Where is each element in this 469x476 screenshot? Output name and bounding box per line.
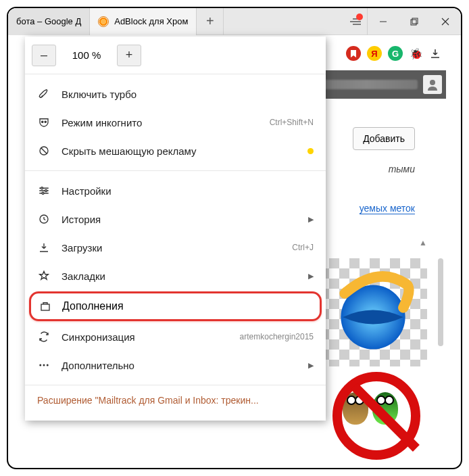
status-dot-icon [307, 148, 314, 154]
svg-point-13 [43, 364, 45, 366]
mask-icon [37, 116, 51, 128]
main-menu-button[interactable] [343, 8, 368, 35]
browser-tab-1[interactable]: бота – Google Д [8, 8, 90, 35]
svg-point-4 [42, 121, 43, 122]
chevron-right-icon: ▶ [308, 272, 314, 281]
transparent-checker-bg [319, 258, 427, 366]
tab-label: AdBlock для Хром [114, 16, 188, 26]
menu-bookmarks[interactable]: Закладки ▶ [25, 262, 326, 290]
user-avatar-icon[interactable] [423, 75, 442, 94]
extension-icon[interactable]: Я [367, 46, 382, 61]
browser-tab-2[interactable]: AdBlock для Хром [90, 8, 197, 35]
menu-label: Синхронизация [61, 331, 229, 343]
menu-sync[interactable]: Синхронизация artemkochergin2015 [25, 323, 326, 351]
menu-label: Дополнения [62, 300, 124, 312]
svg-point-9 [42, 192, 44, 194]
menu-notice[interactable]: Расширение "Mailtrack для Gmail и Inbox:… [25, 385, 326, 421]
maximize-icon [410, 18, 418, 26]
download-icon [430, 48, 441, 59]
download-icon [37, 241, 51, 254]
zoom-value: 100 % [56, 49, 117, 61]
username-blurred [315, 80, 418, 89]
star-icon [37, 270, 51, 282]
tab-label: бота – Google Д [16, 16, 81, 26]
menu-label: Включить турбо [61, 89, 314, 100]
menu-label: Загрузки [61, 242, 281, 254]
extension-bar: Я G 🐞 [346, 46, 446, 61]
menu-history[interactable]: История ▶ [25, 205, 326, 233]
favicon-icon [98, 16, 109, 27]
forbidden-image [319, 372, 427, 467]
zoom-in-button[interactable]: + [117, 45, 141, 66]
extension-icon[interactable] [346, 46, 361, 61]
titlebar: бота – Google Д AdBlock для Хром + [8, 8, 461, 35]
zoom-out-button[interactable]: – [32, 45, 56, 66]
menu-hide-ads[interactable]: Скрыть мешающую рекламу [25, 137, 326, 165]
close-button[interactable] [430, 8, 461, 35]
menu-shortcut: Ctrl+Shift+N [270, 118, 314, 127]
downloads-button[interactable] [430, 48, 446, 59]
menu-settings[interactable]: Настройки [25, 176, 326, 205]
chevron-right-icon: ▶ [308, 215, 314, 224]
sliders-icon [37, 185, 51, 197]
sync-icon [37, 331, 51, 343]
addon-icon [39, 300, 51, 312]
menu-label: Скрыть мешающую рекламу [61, 145, 297, 157]
svg-point-14 [47, 364, 49, 366]
menu-shortcut: Ctrl+J [292, 243, 314, 252]
menu-downloads[interactable]: Загрузки Ctrl+J [25, 233, 326, 262]
rocket-icon [37, 88, 51, 100]
no-entry-icon [332, 372, 420, 460]
notification-dot-icon [356, 14, 363, 20]
add-button[interactable]: Добавить [353, 127, 415, 150]
menu-addons[interactable]: Дополнения [29, 291, 322, 321]
svg-point-2 [430, 80, 435, 85]
ie-logo-icon [326, 265, 420, 360]
minimize-button[interactable] [368, 8, 399, 35]
menu-label: Дополнительно [61, 360, 297, 371]
menu-more[interactable]: Дополнительно ▶ [25, 351, 326, 379]
main-menu-dropdown: – 100 % + Включить турбо Режим инкогнито… [25, 37, 326, 421]
menu-label: Закладки [61, 270, 297, 282]
user-bar [311, 70, 446, 99]
svg-rect-11 [41, 304, 49, 310]
zoom-row: – 100 % + [25, 37, 326, 74]
menu-label: Режим инкогнито [61, 117, 259, 128]
extension-icon[interactable]: 🐞 [409, 46, 424, 61]
chevron-right-icon: ▶ [308, 361, 314, 370]
svg-rect-1 [412, 18, 418, 24]
svg-point-12 [39, 364, 41, 366]
block-icon [37, 145, 51, 157]
new-tab-button[interactable]: + [197, 8, 224, 35]
page-image-area [319, 258, 427, 467]
more-icon [37, 359, 51, 371]
svg-rect-0 [411, 20, 416, 25]
page-text-fragment: тыми [389, 164, 415, 174]
svg-point-5 [45, 121, 46, 122]
close-icon [441, 18, 449, 26]
page-link-fragment[interactable]: уемых меток [360, 203, 415, 214]
menu-label: История [61, 214, 297, 225]
extension-icon[interactable]: G [388, 46, 403, 61]
menu-turbo[interactable]: Включить турбо [25, 80, 326, 108]
clock-icon [37, 213, 51, 225]
menu-label: Настройки [61, 185, 314, 197]
scroll-up-arrow-icon[interactable]: ▲ [419, 238, 427, 247]
sync-account: artemkochergin2015 [240, 332, 314, 341]
svg-point-8 [45, 190, 47, 192]
menu-incognito[interactable]: Режим инкогнито Ctrl+Shift+N [25, 108, 326, 137]
maximize-button[interactable] [399, 8, 430, 35]
minimize-icon [379, 18, 387, 26]
svg-point-7 [41, 187, 43, 189]
scrollbar-thumb[interactable] [438, 258, 443, 346]
